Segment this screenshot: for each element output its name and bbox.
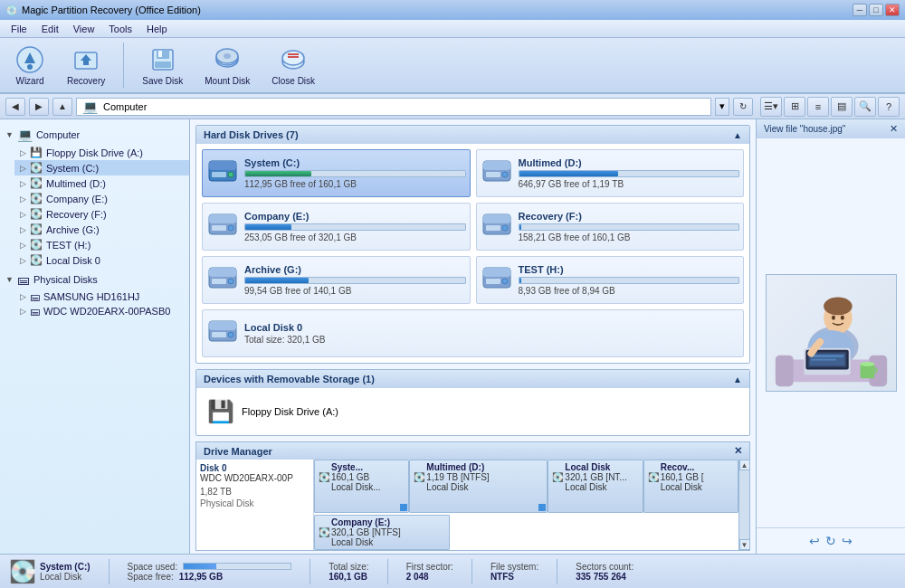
archive-g-label: Archive (G:)	[46, 224, 100, 235]
minimize-button[interactable]: ─	[853, 4, 867, 16]
menu-help[interactable]: Help	[139, 22, 175, 36]
title-bar-controls: ─ □ ✕	[853, 4, 900, 16]
maximize-button[interactable]: □	[869, 4, 883, 16]
drive-archive-g-name: Archive (G:)	[244, 264, 466, 275]
refresh-button[interactable]: ↻	[733, 98, 753, 116]
dm-partition-company[interactable]: 💽 Company (E:) 320,1 GB [NTFS] Local Dis…	[314, 515, 450, 550]
computer-tree-children: ▷ 💾 Floppy Disk Drive (A:) ▷ 💽 System (C…	[0, 145, 189, 268]
dm-disk-0-name: Disk 0	[200, 463, 310, 473]
up-button[interactable]: ▲	[52, 98, 72, 116]
address-bar: ◀ ▶ ▲ 💻 Computer ▾ ↻ ☰▾ ⊞ ≡ ▤ 🔍 ?	[0, 94, 905, 119]
svg-point-42	[228, 332, 233, 337]
hard-disk-drives-title: Hard Disk Drives (7)	[204, 129, 299, 140]
dm-scroll-down[interactable]: ▼	[739, 539, 750, 550]
preview-prev-button[interactable]: ↩	[809, 534, 820, 548]
svg-rect-5	[158, 51, 162, 57]
hard-disk-drives-collapse-icon: ▲	[733, 130, 742, 140]
menu-edit[interactable]: Edit	[34, 22, 66, 36]
dm-partition-local-disk[interactable]: 💽 Local Disk 320,1 GB [NT... Local Disk	[548, 460, 643, 513]
preview-next-button[interactable]: ↪	[842, 534, 853, 548]
menu-file[interactable]: File	[4, 22, 34, 36]
status-disk-icon: 💽	[9, 559, 36, 584]
archive-g-icon: 💽	[30, 223, 43, 235]
physical-disks-header[interactable]: ▼ 🖴 Physical Disks	[0, 270, 189, 289]
mount-disk-button[interactable]: Mount Disk	[197, 42, 257, 90]
removable-storage-content: 💾 Floppy Disk Drive (A:)	[196, 388, 749, 435]
dm-partition-local-name: Local Disk	[565, 462, 626, 472]
menu-view[interactable]: View	[66, 22, 102, 36]
preview-close-button[interactable]: ✕	[890, 123, 898, 135]
search-button[interactable]: 🔍	[854, 97, 876, 117]
close-disk-button[interactable]: Close Disk	[264, 42, 322, 90]
status-used-bar	[183, 563, 291, 570]
dm-scroll-up[interactable]: ▲	[739, 460, 750, 470]
dm-partition-multimed[interactable]: 💽 Multimed (D:) 1,19 TB [NTFS] Local Dis…	[409, 460, 548, 513]
back-button[interactable]: ◀	[5, 98, 25, 116]
dm-partition-local-size: 320,1 GB [NT...	[565, 472, 626, 482]
drive-company-e[interactable]: Company (E:) 253,05 GB free of 320,1 GB	[202, 203, 471, 251]
drive-recovery-f-bar-fill	[519, 224, 521, 230]
menu-tools[interactable]: Tools	[101, 22, 139, 36]
sidebar-item-recovery-f[interactable]: ▷ 💽 Recovery (F:)	[14, 206, 189, 222]
status-first-sector-label: First sector:	[406, 562, 453, 572]
drive-test-h[interactable]: TEST (H:) 8,93 GB free of 8,94 GB	[476, 256, 745, 304]
sidebar-item-test-h[interactable]: ▷ 💽 TEST (H:)	[14, 237, 189, 252]
large-icons-button[interactable]: ⊞	[784, 97, 805, 117]
wizard-button[interactable]: Wizard	[7, 42, 52, 90]
content-scroll[interactable]: Hard Disk Drives (7) ▲ System (C:)	[190, 119, 756, 554]
recovery-button[interactable]: Recovery	[60, 42, 112, 90]
sidebar-item-wdc[interactable]: ▷ 🖴 WDC WD20EARX-00PASB0	[14, 304, 189, 318]
sidebar-item-company-e[interactable]: ▷ 💽 Company (E:)	[14, 191, 189, 206]
company-e-icon: 💽	[30, 193, 43, 204]
details-view-button[interactable]: ▤	[831, 97, 853, 117]
drive-local-disk-0[interactable]: Local Disk 0 Total size: 320,1 GB	[202, 309, 744, 357]
forward-button[interactable]: ▶	[29, 98, 49, 116]
menu-bar: File Edit View Tools Help	[0, 20, 905, 38]
status-first-sector-value: 2 048	[406, 572, 453, 582]
multimed-d-label: Multimed (D:)	[46, 178, 106, 189]
help-button[interactable]: ?	[878, 97, 900, 117]
drive-recovery-f-icon	[481, 207, 513, 246]
drive-multimed-d[interactable]: Multimed (D:) 646,97 GB free of 1,19 TB	[476, 149, 745, 197]
dm-partition-recovery-f[interactable]: 💽 Recov... 160,1 GB [ Local Disk	[643, 460, 738, 513]
samsung-icon: 🖴	[30, 291, 40, 302]
sidebar-item-system-c[interactable]: ▷ 💽 System (C:)	[14, 160, 189, 175]
drive-test-h-info: TEST (H:) 8,93 GB free of 8,94 GB	[519, 264, 740, 296]
preview-refresh-button[interactable]: ↻	[825, 534, 836, 548]
drive-company-e-bar-bg	[244, 223, 466, 231]
view-options-button[interactable]: ☰▾	[760, 97, 782, 117]
sidebar-item-local-disk-0[interactable]: ▷ 💽 Local Disk 0	[14, 252, 189, 268]
sidebar-item-archive-g[interactable]: ▷ 💽 Archive (G:)	[14, 222, 189, 237]
view-buttons: ☰▾ ⊞ ≡ ▤ 🔍 ?	[760, 97, 900, 117]
test-h-icon: 💽	[30, 239, 43, 251]
dm-scroll-track	[739, 470, 750, 539]
drive-local-disk-0-info: Local Disk 0 Total size: 320,1 GB	[244, 322, 739, 345]
floppy-drive-icon: 💾	[207, 399, 234, 424]
drive-archive-g[interactable]: Archive (G:) 99,54 GB free of 140,1 GB	[202, 256, 471, 304]
computer-tree-header[interactable]: ▼ 💻 Computer	[0, 125, 189, 145]
dm-partition-system[interactable]: 💽 Syste... 160,1 GB Local Disk...	[314, 460, 409, 513]
system-c-icon: 💽	[30, 162, 43, 174]
floppy-drive-item[interactable]: 💾 Floppy Disk Drive (A:)	[202, 394, 744, 430]
drive-multimed-d-bar-bg	[519, 170, 740, 177]
drive-manager-close-icon[interactable]: ✕	[734, 445, 742, 457]
dm-partitions-container: 💽 Syste... 160,1 GB Local Disk...	[314, 460, 738, 550]
list-view-button[interactable]: ≡	[807, 97, 829, 117]
sidebar-item-multimed-d[interactable]: ▷ 💽 Multimed (D:)	[14, 175, 189, 191]
sidebar-item-floppy[interactable]: ▷ 💾 Floppy Disk Drive (A:)	[14, 145, 189, 160]
status-total-size: Total size: 160,1 GB	[329, 562, 368, 582]
address-dropdown[interactable]: ▾	[715, 98, 729, 116]
app-icon: 💿	[5, 5, 18, 16]
dm-disk-0-size: 1,82 TB	[200, 487, 310, 497]
dm-scrollbar[interactable]: ▲ ▼	[738, 460, 749, 550]
drive-system-c[interactable]: System (C:) 112,95 GB free of 160,1 GB	[202, 149, 471, 197]
save-disk-button[interactable]: Save Disk	[135, 42, 190, 90]
hard-disk-drives-header[interactable]: Hard Disk Drives (7) ▲	[196, 126, 749, 144]
drive-recovery-f[interactable]: Recovery (F:) 158,21 GB free of 160,1 GB	[476, 203, 745, 251]
close-button[interactable]: ✕	[885, 4, 900, 16]
drive-recovery-f-bar-bg	[519, 223, 740, 231]
removable-storage-header[interactable]: Devices with Removable Storage (1) ▲	[196, 370, 749, 388]
wizard-label: Wizard	[15, 76, 43, 86]
drives-grid: System (C:) 112,95 GB free of 160,1 GB	[202, 149, 744, 304]
sidebar-item-samsung[interactable]: ▷ 🖴 SAMSUNG HD161HJ	[14, 289, 189, 304]
